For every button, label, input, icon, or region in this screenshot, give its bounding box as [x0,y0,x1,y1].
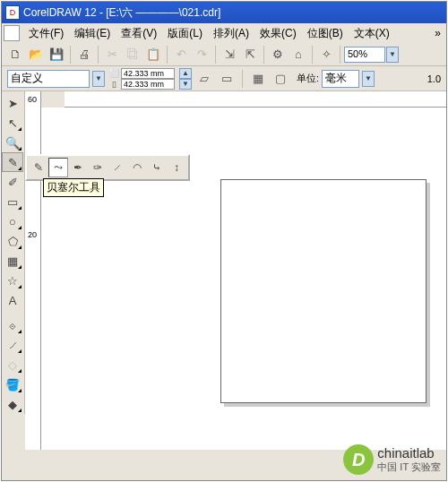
dim-spin-up[interactable]: ▲ [179,68,192,79]
main-area: ➤ ↖ 🔍 ✎ ✐ ▭ ○ ⬠ ▦ ☆ A ⟐ ⟋ ◇ 🪣 ◆ 60 40 20 [2,91,446,450]
menu-edit[interactable]: 编辑(E) [69,24,116,43]
rectangle-tool[interactable]: ▭ [2,192,23,211]
menu-view[interactable]: 查看(V) [116,24,162,43]
blend-tool[interactable]: ⟐ [2,315,23,335]
redo-button[interactable]: ↷ [192,45,211,65]
ellipse-tool[interactable]: ○ [2,211,23,231]
interactive-fill-tool[interactable]: ◆ [2,394,23,414]
preset-dropdown[interactable]: ▼ [92,71,105,87]
toolbox: ➤ ↖ 🔍 ✎ ✐ ▭ ○ ⬠ ▦ ☆ A ⟐ ⟋ ◇ 🪣 ◆ [2,91,25,414]
title-bar: D CorelDRAW 12 - [E:\六 ————\021.cdr] [2,2,446,23]
print-button[interactable]: 🖨 [74,45,94,65]
ruler-vertical: 60 40 20 [25,91,41,450]
menu-bitmaps[interactable]: 位图(B) [302,24,349,43]
shapes-tool[interactable]: ☆ [2,271,23,290]
text-tool[interactable]: A [2,290,23,310]
rv-20: 20 [28,230,37,239]
units-dropdown[interactable]: ▼ [362,71,375,87]
watermark-line1: chinaitlab [377,445,441,460]
title-text: CorelDRAW 12 - [E:\六 ————\021.cdr] [23,5,220,21]
paste-button[interactable]: 📋 [143,45,163,65]
freehand-flytool[interactable]: ✎ [29,158,48,177]
landscape-button[interactable]: ▭ [217,69,237,89]
artistic-media-flytool[interactable]: ✒ [68,158,88,177]
watermark: D chinaitlab 中国 IT 实验室 [343,444,441,475]
dropper-tool[interactable]: ⟋ [2,335,23,355]
save-button[interactable]: 💾 [47,45,66,65]
smart-draw-tool[interactable]: ✐ [2,172,23,192]
curve-flyout: ✎ ⤳ ✒ ✑ ⟋ ◠ ⤷ ↕ [25,154,190,181]
export-button[interactable]: ⇱ [240,45,260,65]
app-icon: D [5,5,20,20]
nudge-value: 1.0 [427,73,441,84]
open-button[interactable]: 📂 [26,45,46,65]
tooltip: 贝塞尔工具 [43,178,104,197]
units-label: 单位: [297,72,319,85]
pen-flytool[interactable]: ✑ [88,158,108,177]
copy-button[interactable]: ⿻ [123,45,142,65]
menu-text[interactable]: 文本(X) [349,24,395,43]
connector-flytool[interactable]: ⤷ [147,158,167,177]
height-field[interactable]: 42.333 mm [121,79,175,90]
zoom-dropdown[interactable]: ▼ [386,47,399,63]
3point-curve-flytool[interactable]: ◠ [127,158,147,177]
fill-tool[interactable]: 🪣 [2,374,23,394]
polyline-flytool[interactable]: ⟋ [108,158,127,177]
new-button[interactable]: 🗋 [5,45,25,65]
width-icon: ⬜ [108,68,120,79]
dim-spin-down[interactable]: ▼ [179,79,192,90]
height-icon: ▯ [108,79,120,90]
portrait-button[interactable]: ▱ [194,69,214,89]
polygon-tool[interactable]: ⬠ [2,231,23,251]
menu-effects[interactable]: 效果(C) [254,24,302,43]
rv-60: 60 [28,95,37,104]
undo-button[interactable]: ↶ [171,45,191,65]
corel-online[interactable]: ⌂ [289,45,308,65]
menu-arrange[interactable]: 排列(A) [208,24,254,43]
menu-bar: 文件(F) 编辑(E) 查看(V) 版面(L) 排列(A) 效果(C) 位图(B… [2,23,446,43]
shape-tool[interactable]: ↖ [2,113,23,133]
outline-tool[interactable]: ◇ [2,355,23,374]
cut-button[interactable]: ✂ [102,45,122,65]
dimension-flytool[interactable]: ↕ [167,158,186,177]
menu-layout[interactable]: 版面(L) [162,24,208,43]
width-field[interactable]: 42.333 mm [121,68,175,79]
import-button[interactable]: ⇲ [220,45,239,65]
pick-tool[interactable]: ➤ [2,93,23,113]
watermark-line2: 中国 IT 实验室 [377,460,441,474]
doc-icon[interactable] [4,25,20,41]
tool-icon[interactable]: ✧ [316,45,336,65]
pages-one-icon[interactable]: ▢ [271,69,290,89]
menu-more[interactable]: » [431,25,444,41]
standard-toolbar: 🗋 📂 💾 🖨 ✂ ⿻ 📋 ↶ ↷ ⇲ ⇱ ⚙ ⌂ ✧ 50% ▼ [2,43,446,66]
units-field[interactable]: 毫米 [322,70,359,88]
ruler-horizontal [65,91,446,108]
watermark-logo: D [343,444,374,475]
pages-all-icon[interactable]: ▦ [248,69,268,89]
app-launcher[interactable]: ⚙ [268,45,288,65]
page-rect [220,179,426,403]
bezier-flytool[interactable]: ⤳ [48,158,68,177]
zoom-field[interactable]: 50% [344,47,385,63]
menu-file[interactable]: 文件(F) [23,24,69,43]
graph-paper-tool[interactable]: ▦ [2,251,23,271]
property-bar: 自定义 ▼ ⬜42.333 mm ▯42.333 mm ▲ ▼ ▱ ▭ ▦ ▢ … [2,66,446,91]
zoom-tool[interactable]: 🔍 [2,133,23,152]
freehand-tool[interactable]: ✎ [2,152,23,172]
paper-preset[interactable]: 自定义 [7,70,90,88]
